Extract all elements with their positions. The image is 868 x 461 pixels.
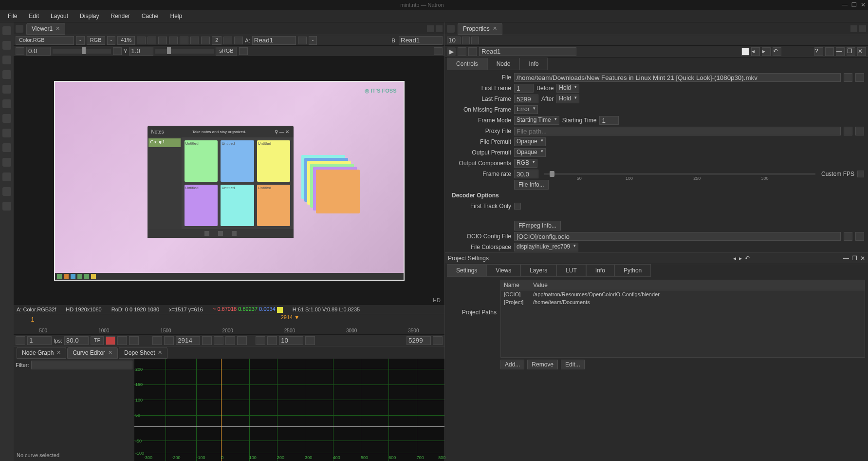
- next-key-icon[interactable]: [237, 336, 247, 345]
- loop-icon[interactable]: [117, 336, 127, 345]
- in-frame-input[interactable]: [27, 336, 52, 345]
- properties-menu-icon[interactable]: [447, 25, 455, 33]
- first-frame-input[interactable]: [514, 84, 534, 93]
- current-frame-input[interactable]: [176, 336, 200, 345]
- step-back2-icon[interactable]: [267, 336, 277, 345]
- prev-node-icon[interactable]: ◂: [751, 47, 760, 56]
- tab-curve-editor[interactable]: Curve Editor✕: [67, 347, 118, 359]
- zoom-fit-icon[interactable]: [148, 37, 156, 44]
- edit-button[interactable]: Edit...: [561, 360, 585, 369]
- tool-keyer[interactable]: [2, 129, 11, 137]
- curve-area[interactable]: 200 150 100 50 -50 -100 -300 -200 -100 0…: [134, 359, 444, 461]
- sync-icon[interactable]: [137, 37, 146, 44]
- gain-toggle-icon[interactable]: [113, 47, 122, 55]
- customfps-checkbox[interactable]: [857, 171, 864, 177]
- tab-properties[interactable]: Properties ✕: [458, 23, 502, 35]
- set-in-icon[interactable]: [16, 336, 25, 345]
- maximize-icon[interactable]: ❐: [847, 47, 855, 56]
- tab-info[interactable]: Info: [519, 58, 548, 70]
- fps-input[interactable]: [64, 336, 89, 345]
- output-premult-select[interactable]: Opaque: [514, 148, 546, 157]
- viewer-menu-icon[interactable]: [16, 25, 23, 33]
- file-colorspace-select[interactable]: display/nuke_rec709: [514, 243, 578, 251]
- menu-display[interactable]: Display: [74, 11, 105, 21]
- play-forward-icon[interactable]: [202, 336, 212, 345]
- minimize-panels-icon[interactable]: [471, 37, 479, 44]
- close-panel-icon[interactable]: [436, 25, 443, 32]
- close-icon[interactable]: ✕: [158, 349, 162, 356]
- exposure-icon[interactable]: [16, 47, 24, 55]
- channel-sub-select[interactable]: -: [107, 36, 116, 45]
- wipe-icon[interactable]: [298, 37, 307, 44]
- close-icon[interactable]: ✕: [860, 255, 865, 262]
- b-input[interactable]: [399, 36, 443, 45]
- help-icon[interactable]: ?: [814, 47, 823, 56]
- maximize-icon[interactable]: ❐: [852, 255, 857, 262]
- viewer-canvas[interactable]: ◎ IT'S FOSS NotesTake notes and stay org…: [14, 57, 444, 305]
- close-icon[interactable]: ✕: [861, 1, 866, 8]
- tool-color[interactable]: [2, 99, 11, 108]
- add-button[interactable]: Add...: [500, 360, 524, 369]
- step-forward-icon[interactable]: [305, 336, 315, 345]
- tool-merge[interactable]: [2, 143, 11, 152]
- tool-tracker[interactable]: [2, 70, 11, 79]
- tool-views[interactable]: [2, 173, 11, 181]
- pixel-ratio[interactable]: 2: [212, 36, 222, 45]
- render-scale-icon[interactable]: [201, 37, 210, 44]
- close-icon[interactable]: ✕: [55, 25, 60, 32]
- remove-button[interactable]: Remove: [527, 360, 558, 369]
- minimize-icon[interactable]: —: [843, 255, 849, 262]
- clear-panels-icon[interactable]: [462, 37, 470, 44]
- alpha-select[interactable]: -: [76, 36, 85, 45]
- framemode-input[interactable]: [599, 116, 619, 125]
- roi-icon[interactable]: [180, 37, 188, 44]
- tab-controls[interactable]: Controls: [447, 58, 487, 70]
- undo-icon[interactable]: ↶: [773, 47, 781, 56]
- onmissing-select[interactable]: Error: [514, 105, 538, 114]
- last-frame-input[interactable]: [514, 95, 538, 103]
- close-icon[interactable]: ✕: [56, 349, 61, 356]
- center-node-icon[interactable]: [458, 47, 466, 56]
- info-toggle-icon[interactable]: [434, 47, 443, 55]
- time-format-select[interactable]: TF: [91, 336, 104, 345]
- clip-icon[interactable]: [158, 37, 167, 44]
- proxy-icon[interactable]: [190, 37, 199, 44]
- layer-select[interactable]: Color.RGB: [16, 36, 74, 45]
- file-input[interactable]: [514, 73, 841, 82]
- gamma-slider[interactable]: [53, 49, 111, 54]
- next-icon[interactable]: ▸: [739, 255, 742, 262]
- a-input[interactable]: [252, 36, 296, 45]
- full-frame-icon[interactable]: [169, 37, 178, 44]
- filter-input[interactable]: [31, 361, 133, 369]
- tool-transform[interactable]: [2, 158, 11, 167]
- tab-viewer1[interactable]: Viewer1 ✕: [26, 23, 65, 35]
- timeline[interactable]: 1 2914 ▼ 5001000 15002000 25003000 3500: [14, 314, 444, 334]
- next-node-icon[interactable]: ▸: [762, 47, 771, 56]
- menu-file[interactable]: File: [2, 11, 23, 21]
- record-icon[interactable]: [106, 336, 115, 345]
- tool-shape[interactable]: [2, 85, 11, 94]
- tab-info[interactable]: Info: [586, 264, 614, 277]
- file-browse-icon[interactable]: [844, 73, 852, 82]
- after-select[interactable]: Hold: [556, 95, 579, 103]
- close-panel-icon[interactable]: [859, 25, 866, 32]
- tab-lut[interactable]: LUT: [556, 264, 586, 277]
- reset-node-icon[interactable]: [468, 47, 477, 56]
- menu-help[interactable]: Help: [164, 11, 188, 21]
- ffmpeg-info-button[interactable]: FFmpeg Info...: [514, 221, 561, 230]
- first-frame-icon[interactable]: [152, 336, 162, 345]
- tool-other[interactable]: [2, 187, 11, 196]
- last-frame-icon[interactable]: [214, 336, 223, 345]
- tab-dope-sheet[interactable]: Dope Sheet✕: [119, 347, 167, 359]
- save-icon[interactable]: [129, 336, 139, 345]
- play-back-icon[interactable]: [164, 336, 174, 345]
- close-icon[interactable]: ✕: [493, 25, 497, 32]
- undo-icon[interactable]: ↶: [745, 255, 750, 262]
- ocio-browse-icon[interactable]: [844, 232, 852, 241]
- proxy-reload-icon[interactable]: [855, 127, 864, 135]
- y-input[interactable]: [129, 47, 153, 56]
- proxy-file-input[interactable]: [514, 127, 841, 135]
- max-panels-input[interactable]: [447, 37, 461, 44]
- step-back-icon[interactable]: [256, 336, 265, 345]
- framerate-input[interactable]: [514, 170, 538, 178]
